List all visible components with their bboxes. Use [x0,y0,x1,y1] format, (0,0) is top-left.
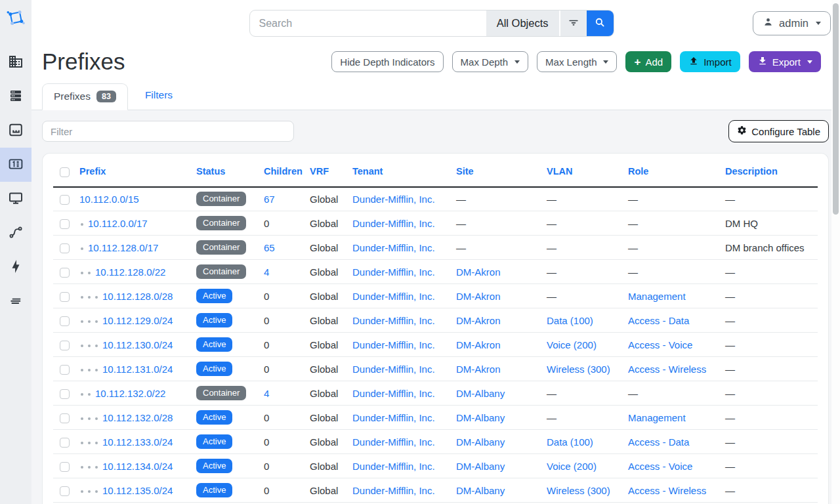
prefix-link[interactable]: 10.112.0.0/17 [88,218,148,229]
tenant-link[interactable]: Dunder-Mifflin, Inc. [352,266,435,278]
sidebar-item-power[interactable] [0,250,32,284]
prefix-link[interactable]: 10.112.130.0/24 [102,339,173,350]
role-link[interactable]: Access - Wireless [628,485,706,496]
user-menu-button[interactable]: admin [753,11,831,35]
vlan-link[interactable]: Wireless (300) [547,485,610,496]
row-checkbox[interactable] [60,292,70,302]
prefix-link[interactable]: 10.112.132.0/22 [95,388,165,399]
role-link[interactable]: Access - Voice [628,339,692,350]
tenant-link[interactable]: Dunder-Mifflin, Inc. [352,412,435,423]
tenant-link[interactable]: Dunder-Mifflin, Inc. [352,485,435,496]
column-header-children[interactable]: Children [257,162,303,187]
prefix-link[interactable]: 10.112.128.0/17 [88,242,158,253]
role-link[interactable]: Access - Data [628,315,689,326]
site-link[interactable]: DM-Akron [456,315,501,326]
site-link[interactable]: DM-Akron [456,266,501,278]
vlan-link[interactable]: Voice (200) [547,339,597,350]
sidebar-item-ipam[interactable] [0,148,32,182]
tenant-link[interactable]: Dunder-Mifflin, Inc. [352,291,435,302]
prefix-link[interactable]: 10.112.132.0/28 [102,412,173,423]
children-count-link[interactable]: 65 [264,242,275,253]
prefix-link[interactable]: 10.112.128.0/28 [102,291,173,302]
sidebar-item-provisioning[interactable] [0,284,32,318]
site-link[interactable]: DM-Akron [456,291,501,302]
netbox-logo-icon[interactable] [6,8,26,30]
import-button[interactable]: Import [680,51,740,72]
vlan-link[interactable]: Data (100) [547,315,593,326]
search-scope-dropdown[interactable]: All Objects [486,10,559,36]
column-header-status[interactable]: Status [190,162,257,187]
role-link[interactable]: Access - Voice [628,461,692,472]
row-checkbox[interactable] [60,268,70,278]
configure-table-button[interactable]: Configure Table [728,120,829,142]
sidebar-item-connections[interactable] [0,114,32,148]
vlan-link[interactable]: Voice (200) [547,461,597,472]
prefix-link[interactable]: 10.112.0.0/15 [79,194,139,205]
column-header-vlan[interactable]: VLAN [540,162,621,187]
search-submit-button[interactable] [587,10,614,36]
filter-input[interactable] [42,121,294,142]
children-count-link[interactable]: 67 [264,194,275,205]
column-header-description[interactable]: Description [719,162,818,187]
search-filter-button[interactable] [559,10,587,36]
select-all-checkbox[interactable] [60,167,70,177]
tab-prefixes[interactable]: Prefixes 83 [42,83,128,110]
max-depth-dropdown[interactable]: Max Depth [452,51,529,72]
column-header-tenant[interactable]: Tenant [346,162,450,187]
site-link[interactable]: DM-Albany [456,436,505,448]
max-length-dropdown[interactable]: Max Length [537,51,617,72]
column-header-site[interactable]: Site [450,162,540,187]
tenant-link[interactable]: Dunder-Mifflin, Inc. [352,194,435,205]
search-input[interactable] [250,10,486,36]
row-checkbox[interactable] [60,243,70,253]
tab-filters[interactable]: Filters [134,83,184,110]
row-checkbox[interactable] [60,486,70,496]
tenant-link[interactable]: Dunder-Mifflin, Inc. [352,339,435,350]
tenant-link[interactable]: Dunder-Mifflin, Inc. [352,218,435,229]
prefix-link[interactable]: 10.112.129.0/24 [102,315,173,326]
prefix-link[interactable]: 10.112.128.0/22 [95,266,165,278]
column-header-role[interactable]: Role [621,162,719,187]
add-button[interactable]: + Add [625,51,671,72]
hide-depth-indicators-button[interactable]: Hide Depth Indicators [331,51,443,72]
tenant-link[interactable]: Dunder-Mifflin, Inc. [352,436,435,448]
row-checkbox[interactable] [60,365,70,375]
tenant-link[interactable]: Dunder-Mifflin, Inc. [352,315,435,326]
children-count-link[interactable]: 4 [264,388,269,399]
column-header-prefix[interactable]: Prefix [73,162,190,187]
tenant-link[interactable]: Dunder-Mifflin, Inc. [352,364,435,375]
page-scrollbar-thumb[interactable] [833,3,839,215]
sidebar-item-circuits[interactable] [0,216,32,250]
row-checkbox[interactable] [60,341,70,350]
site-link[interactable]: DM-Albany [456,388,505,399]
site-link[interactable]: DM-Albany [456,485,505,496]
row-checkbox[interactable] [60,389,70,399]
vlan-link[interactable]: Wireless (300) [547,364,610,375]
role-link[interactable]: Access - Wireless [628,364,706,375]
prefix-link[interactable]: 10.112.133.0/24 [102,436,173,448]
tenant-link[interactable]: Dunder-Mifflin, Inc. [352,242,435,253]
row-checkbox[interactable] [60,413,70,423]
column-header-vrf[interactable]: VRF [303,162,346,187]
row-checkbox[interactable] [60,438,70,448]
site-link[interactable]: DM-Akron [456,339,501,350]
role-link[interactable]: Access - Data [628,436,689,448]
row-checkbox[interactable] [60,462,70,472]
row-checkbox[interactable] [60,195,70,205]
site-link[interactable]: DM-Akron [456,364,501,375]
prefix-link[interactable]: 10.112.135.0/24 [102,485,173,496]
children-count-link[interactable]: 4 [264,266,269,278]
tenant-link[interactable]: Dunder-Mifflin, Inc. [352,461,435,472]
role-link[interactable]: Management [628,412,686,423]
site-link[interactable]: DM-Albany [456,412,505,423]
vlan-link[interactable]: Data (100) [547,436,593,448]
site-link[interactable]: DM-Albany [456,461,505,472]
sidebar-item-organization[interactable] [0,45,32,79]
export-dropdown[interactable]: Export [749,51,821,72]
tenant-link[interactable]: Dunder-Mifflin, Inc. [352,388,435,399]
sidebar-item-devices[interactable] [0,79,32,114]
row-checkbox[interactable] [60,219,70,229]
role-link[interactable]: Management [628,291,686,302]
sidebar-item-virtualization[interactable] [0,182,32,216]
row-checkbox[interactable] [60,316,70,326]
